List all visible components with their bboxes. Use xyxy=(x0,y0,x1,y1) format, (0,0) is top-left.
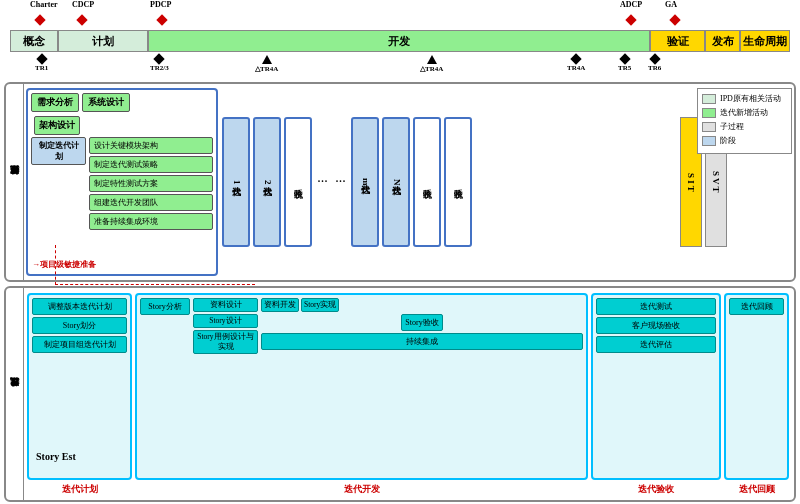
tr23-marker: TR2/3 xyxy=(150,55,169,72)
yangshou-blabel: 迭代验收 xyxy=(591,483,721,496)
legend-box: IPD原有相关活动 迭代新增活动 子过程 阶段 xyxy=(697,88,792,154)
yangshou-col: 迭代测试 客户现场验收 迭代评估 xyxy=(596,298,716,475)
right-steps: 设计关键模块架构 制定迭代测试策略 制定特性测试方案 组建迭代开发团队 准备持续… xyxy=(89,137,213,230)
huigu-section: 迭代回顾 xyxy=(724,293,789,480)
legend-color-iter xyxy=(702,108,716,118)
phases-row: 概念 计划 开发 验证 发布 生命周期 xyxy=(10,30,790,52)
charter-label: Charter xyxy=(30,0,58,9)
legend-item-ipd: IPD原有相关活动 xyxy=(702,93,787,104)
phase-jihua: 计划 xyxy=(58,30,148,52)
bottom-area: 单次迭代过程 调整版本迭代计划 Story划分 制定项目组迭代计划 Story分… xyxy=(4,286,796,502)
tr4a2-marker: △TR4A xyxy=(420,55,443,73)
sys-yangshou-3: 系统验收 xyxy=(444,117,472,247)
jiagou-row: 架构设计 xyxy=(31,116,213,135)
tr6-marker: TR6 xyxy=(648,55,661,72)
zhiding-tag: 制定迭代计划 xyxy=(31,137,86,165)
legend-item-stage: 阶段 xyxy=(702,135,787,146)
legend-label-ipd: IPD原有相关活动 xyxy=(720,93,781,104)
cdcp-diamond xyxy=(76,14,87,25)
phase-yanzheng: 验证 xyxy=(650,30,705,52)
bottom-sections: 调整版本迭代计划 Story划分 制定项目组迭代计划 Story分析 资料设计 xyxy=(24,290,792,498)
phase-gainian: 概念 xyxy=(10,30,58,52)
kaifa-inner: Story分析 资料设计 Story设计 Story用例设计与实现 资料开发 xyxy=(140,298,583,475)
huigu-task: 迭代回顾 xyxy=(729,298,784,315)
legend-label-iter: 迭代新增活动 xyxy=(720,107,768,118)
tr5-marker: TR5 xyxy=(618,55,631,72)
dashed-arrow-1 xyxy=(55,245,255,285)
legend-label-stage: 阶段 xyxy=(720,135,736,146)
phase-kaifa: 开发 xyxy=(148,30,650,52)
phase-fabu: 发布 xyxy=(705,30,740,52)
legend-item-iter: 迭代新增活动 xyxy=(702,107,787,118)
jihua-task-3: 制定项目组迭代计划 xyxy=(32,336,127,353)
kaifa-task-story-design: Story设计 xyxy=(193,314,258,328)
dots-1: ··· xyxy=(315,117,330,247)
step-3: 制定特性测试方案 xyxy=(89,175,213,192)
tr4a1-marker: △TR4A xyxy=(255,55,278,73)
story-yangshou-row: Story验收 xyxy=(261,314,583,331)
yangshou-task-2: 客户现场验收 xyxy=(596,317,716,334)
xqfx-tag: 需求分析 xyxy=(31,93,79,112)
huigu-blabel-text: 迭代回顾 xyxy=(739,484,775,494)
iter-columns-area: 迭代1 迭代2 系统验收 ··· ··· 迭代m 迭代N 系统验收 xyxy=(222,103,675,261)
legend-color-stage xyxy=(702,136,716,146)
legend-color-sub xyxy=(702,122,716,132)
charter-diamond xyxy=(34,14,45,25)
step-2: 制定迭代测试策略 xyxy=(89,156,213,173)
legend-label-sub: 子过程 xyxy=(720,121,744,132)
ga-diamond xyxy=(669,14,680,25)
left-mini: 制定迭代计划 xyxy=(31,137,86,230)
step-5: 准备持续集成环境 xyxy=(89,213,213,230)
legend-color-ipd xyxy=(702,94,716,104)
tr-row: TR1 TR2/3 △TR4A △TR4A TR4A TR5 xyxy=(10,55,790,71)
main-container: Charter CDCP PDCP ADCP GA 概念 计划 开发 验证 发布 xyxy=(0,0,800,504)
jihua-blabel-text: 迭代计划 xyxy=(62,484,98,494)
dots-2: ··· xyxy=(333,117,348,247)
iter-col-2: 迭代2 xyxy=(253,117,281,247)
kaifa-task-zl: 资料设计 xyxy=(193,298,258,312)
ga-label: GA xyxy=(665,0,677,9)
zhengti-side: 整体过程框架 xyxy=(6,84,24,280)
xtsjj-tag: 系统设计 xyxy=(82,93,130,112)
kaifa-design-col: 资料设计 Story设计 Story用例设计与实现 xyxy=(193,298,258,475)
jihua-task-2: Story划分 xyxy=(32,317,127,334)
iter-col-m: 迭代m xyxy=(351,117,379,247)
chixu-jicheng-tag: 持续集成 xyxy=(261,333,583,350)
bottom-labels-row: 迭代计划 迭代开发 迭代验收 迭代回顾 xyxy=(27,483,789,496)
yangshou-blabel-text: 迭代验收 xyxy=(638,484,674,494)
sys-yangshou-1: 系统验收 xyxy=(284,117,312,247)
huigu-blabel: 迭代回顾 xyxy=(724,483,789,496)
yangshou-task-1: 迭代测试 xyxy=(596,298,716,315)
kaifa-blabel: 迭代开发 xyxy=(135,483,588,496)
sys-yangshou-2: 系统验收 xyxy=(413,117,441,247)
story-yangshou-tag: Story验收 xyxy=(401,314,442,331)
cdcp-label: CDCP xyxy=(72,0,94,9)
yangshou-section: 迭代测试 客户现场验收 迭代评估 xyxy=(591,293,721,480)
kaifa-dev-col: 资料开发 Story实现 Story验收 持续集成 xyxy=(261,298,583,475)
kaifa-blabel-text: 迭代开发 xyxy=(344,484,380,494)
phase-bar: Charter CDCP PDCP ADCP GA 概念 计划 开发 验证 发布 xyxy=(0,0,800,85)
kaifa-dev-top: 资料开发 Story实现 xyxy=(261,298,583,312)
jihua-task-1: 调整版本迭代计划 xyxy=(32,298,127,315)
bottom-content: 调整版本迭代计划 Story划分 制定项目组迭代计划 Story分析 资料设计 xyxy=(24,290,792,498)
iter-col-n: 迭代N xyxy=(382,117,410,247)
legend-item-sub: 子过程 xyxy=(702,121,787,132)
jihua-blabel: 迭代计划 xyxy=(27,483,132,496)
kaifa-task-zldev: 资料开发 xyxy=(261,298,299,312)
dandai-side: 单次迭代过程 xyxy=(6,288,24,500)
story-est-area: Story Est xyxy=(36,451,76,462)
kaifa-task-yongli: Story用例设计与实现 xyxy=(193,330,258,354)
kaifa-section: Story分析 资料设计 Story设计 Story用例设计与实现 资料开发 xyxy=(135,293,588,480)
step-4: 组建迭代开发团队 xyxy=(89,194,213,211)
pdcp-label: PDCP xyxy=(150,0,171,9)
iter-col-1: 迭代1 xyxy=(222,117,250,247)
jiagou-tag: 架构设计 xyxy=(34,116,80,135)
adcp-diamond xyxy=(625,14,636,25)
tr1-marker: TR1 xyxy=(35,55,48,72)
inner-flex: 制定迭代计划 设计关键模块架构 制定迭代测试策略 制定特性测试方案 组建迭代开发… xyxy=(31,137,213,230)
yangshou-inner: 迭代测试 客户现场验收 迭代评估 xyxy=(596,298,716,475)
kaifa-task-storyimpl: Story实现 xyxy=(301,298,339,312)
pdcp-diamond xyxy=(156,14,167,25)
phase-shengming: 生命周期 xyxy=(740,30,790,52)
story-analysis-tag: Story分析 xyxy=(140,298,190,315)
